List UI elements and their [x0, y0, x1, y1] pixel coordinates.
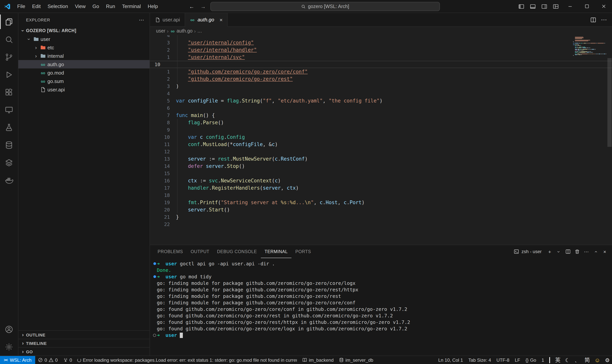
terminal-line[interactable]: go: finding module for package github.co…: [152, 299, 612, 306]
code-line[interactable]: 19 fmt.Printf("Starting server at %s:%d.…: [150, 199, 612, 206]
toggle-panel-icon[interactable]: [527, 1, 539, 11]
line-number[interactable]: 21: [150, 213, 170, 221]
panel-more-actions-icon[interactable]: ⋯: [582, 247, 591, 256]
terminal-line[interactable]: go: finding module for package github.co…: [152, 293, 612, 299]
code-line[interactable]: 6: [150, 104, 612, 112]
code-line[interactable]: 2 "user/internal/handler": [150, 46, 612, 53]
terminal-line[interactable]: go: found github.com/zeromicro/go-zero/c…: [152, 325, 612, 332]
menu-edit[interactable]: Edit: [29, 2, 44, 10]
line-number[interactable]: 10: [150, 133, 170, 141]
code-line[interactable]: 2 "github.com/zeromicro/go-zero/rest": [150, 75, 612, 83]
activity-search-icon[interactable]: [0, 31, 18, 48]
code-line[interactable]: 16 ctx := svc.NewServiceContext(c): [150, 177, 612, 184]
minimize-button[interactable]: [561, 0, 578, 13]
menu-help[interactable]: Help: [144, 2, 161, 10]
line-number[interactable]: 8: [150, 119, 170, 126]
command-decoration-icon[interactable]: [152, 275, 157, 278]
line-number[interactable]: 4: [150, 35, 170, 39]
sidebar-section-outline[interactable]: ›OUTLINE: [18, 330, 149, 339]
indentation-indicator[interactable]: Tab Size: 4: [466, 356, 494, 364]
code-line[interactable]: 9: [150, 126, 612, 133]
toggle-sidebar-icon[interactable]: [516, 1, 527, 11]
code-line[interactable]: 4: [150, 90, 612, 97]
activity-explorer-icon[interactable]: [0, 13, 18, 31]
menu-selection[interactable]: Selection: [44, 2, 71, 10]
sidebar-section-go[interactable]: ›GO: [18, 347, 149, 356]
code-line[interactable]: 18: [150, 192, 612, 199]
activity-database-icon[interactable]: [0, 136, 18, 154]
kill-terminal-icon[interactable]: [573, 247, 581, 256]
split-terminal-icon[interactable]: [564, 247, 572, 256]
code-line[interactable]: 8 flag.Parse(): [150, 119, 612, 126]
close-tab-icon[interactable]: ×: [220, 17, 223, 22]
line-number[interactable]: 1: [150, 53, 170, 61]
sidebar-section-timeline[interactable]: ›TIMELINE: [18, 339, 149, 347]
line-number[interactable]: 9: [150, 126, 170, 133]
encoding-indicator[interactable]: UTF-8: [494, 356, 512, 364]
code-line[interactable]: 3): [150, 83, 612, 90]
terminal-line[interactable]: ➜ user goctl api go -api user.api -dir .: [152, 260, 612, 267]
line-number[interactable]: 3: [150, 83, 170, 90]
tree-item-go-mod[interactable]: GOgo.mod: [18, 68, 149, 77]
menu-file[interactable]: File: [14, 2, 29, 10]
forwarded-ports-indicator[interactable]: 0: [60, 356, 75, 364]
maximize-button[interactable]: [578, 0, 595, 13]
terminal-line[interactable]: go: found github.com/zeromicro/go-zero/c…: [152, 306, 612, 312]
line-number[interactable]: 12: [150, 148, 170, 155]
line-number[interactable]: 6: [150, 104, 170, 112]
activity-accounts-icon[interactable]: [0, 320, 18, 338]
line-number[interactable]: 14: [150, 162, 170, 170]
terminal-line[interactable]: go: finding module for package github.co…: [152, 286, 612, 293]
activity-layers-icon[interactable]: [0, 154, 18, 171]
code-line[interactable]: 11 conf.MustLoad(*configFile, &c): [150, 141, 612, 148]
activity-source-control-icon[interactable]: [0, 48, 18, 66]
line-number[interactable]: 5: [150, 97, 170, 104]
code-line[interactable]: 15: [150, 170, 612, 177]
activity-remote-explorer-icon[interactable]: [0, 101, 18, 118]
split-editor-icon[interactable]: [588, 15, 598, 25]
tree-item-user-api[interactable]: user.api: [18, 85, 149, 94]
editor-more-actions-icon[interactable]: ⋯: [599, 15, 609, 25]
panel-tab-output[interactable]: OUTPUT: [187, 245, 213, 258]
tree-item-internal[interactable]: ›internal: [18, 52, 149, 60]
command-center-search[interactable]: gozero [WSL: Arch]: [210, 2, 440, 11]
terminal-line[interactable]: go: found github.com/zeromicro/go-zero/r…: [152, 312, 612, 319]
breadcrumb-item[interactable]: user: [156, 28, 165, 34]
cursor-position-indicator[interactable]: Ln 10, Col 1: [436, 356, 466, 364]
customize-layout-icon[interactable]: [550, 1, 561, 11]
db-connection-backend[interactable]: im_backend: [300, 356, 336, 364]
terminal-line[interactable]: go: found github.com/zeromicro/go-zero/r…: [152, 319, 612, 325]
maximize-panel-icon[interactable]: ›: [591, 247, 600, 256]
back-icon[interactable]: ←: [187, 3, 196, 9]
ime-simplified-icon[interactable]: 简: [582, 357, 592, 364]
line-number[interactable]: 7: [150, 112, 170, 119]
terminal-instance-label[interactable]: zsh - user: [511, 249, 545, 254]
line-number[interactable]: 18: [150, 192, 170, 199]
toggle-secondary-sidebar-icon[interactable]: [539, 1, 550, 11]
panel-tab-ports[interactable]: PORTS: [292, 245, 315, 258]
activity-extensions-icon[interactable]: [0, 83, 18, 101]
explorer-actions-icon[interactable]: ⋯: [139, 17, 144, 23]
notifications-indicator[interactable]: 1: [539, 356, 547, 364]
activity-testing-icon[interactable]: [0, 118, 18, 136]
ime-settings-icon[interactable]: ⚙: [603, 357, 612, 363]
tab-auth-go[interactable]: GOauth.go×: [185, 13, 227, 27]
db-connection-server[interactable]: im_server_db: [336, 356, 376, 364]
code-line[interactable]: 10 var c config.Config: [150, 133, 612, 141]
line-number[interactable]: 22: [150, 221, 170, 228]
code-line[interactable]: 4: [150, 35, 612, 39]
code-line[interactable]: 1 "user/internal/svc": [150, 53, 612, 61]
code-line[interactable]: 13 server := rest.MustNewServer(c.RestCo…: [150, 155, 612, 162]
terminal-line[interactable]: ➜ user go mod tidy: [152, 273, 612, 280]
line-number[interactable]: 2: [150, 75, 170, 83]
line-number[interactable]: 19: [150, 199, 170, 206]
ime-punctuation-icon[interactable]: 、: [572, 357, 582, 364]
code-line[interactable]: 7func main() {: [150, 112, 612, 119]
ime-smiley-icon[interactable]: ☺: [592, 357, 603, 363]
menu-run[interactable]: Run: [103, 2, 119, 10]
line-number[interactable]: 2: [150, 46, 170, 53]
ime-fullwidth-icon[interactable]: ☾: [563, 357, 572, 363]
code-line[interactable]: 14 defer server.Stop(): [150, 162, 612, 170]
line-number[interactable]: 17: [150, 184, 170, 192]
ime-lang-icon[interactable]: 英: [553, 357, 563, 364]
